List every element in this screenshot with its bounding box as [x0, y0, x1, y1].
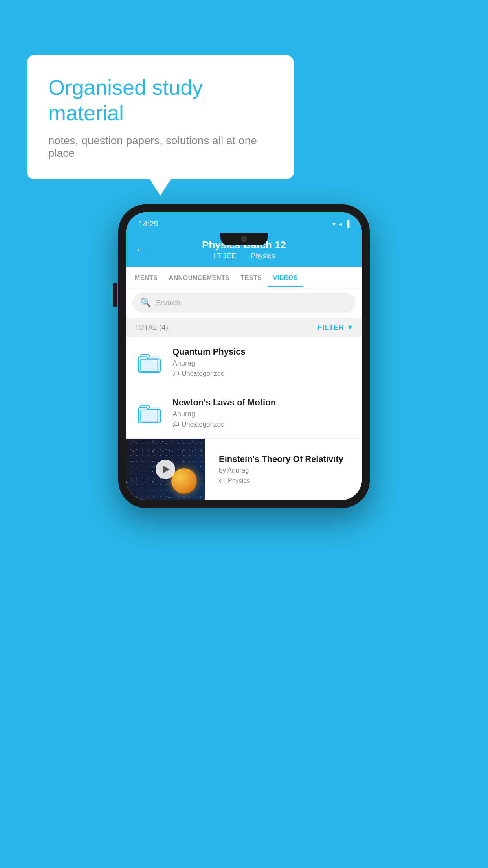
- tab-ments[interactable]: MENTS: [129, 267, 163, 287]
- phone-wrapper: 14:29 ▾ ◂ ▐ ← Physics Batch 12 IIT JEE: [118, 204, 370, 508]
- tag-icon: 🏷: [172, 370, 179, 378]
- search-placeholder: Search: [156, 298, 180, 307]
- phone-screen: 14:29 ▾ ◂ ▐ ← Physics Batch 12 IIT JEE: [126, 212, 362, 500]
- item-author: by Anurag: [219, 467, 355, 474]
- item-author: Anurag: [172, 359, 354, 368]
- item-info: Quantum Physics Anurag 🏷 Uncategorized: [172, 347, 354, 378]
- camera-notch: [241, 236, 247, 242]
- folder-icon: [138, 350, 162, 375]
- header-subject: Physics: [251, 252, 275, 260]
- video-list: Quantum Physics Anurag 🏷 Uncategorized: [126, 337, 362, 500]
- speech-bubble-heading: Organised study material: [48, 75, 272, 126]
- filter-bar: TOTAL (4) FILTER ▼: [126, 318, 362, 337]
- list-item[interactable]: Quantum Physics Anurag 🏷 Uncategorized: [126, 337, 362, 388]
- header-subtitle: IIT JEE Physics: [136, 252, 352, 260]
- item-info: Einstein's Theory Of Relativity by Anura…: [212, 446, 362, 493]
- search-container: 🔍 Search: [126, 287, 362, 318]
- filter-button[interactable]: FILTER ▼: [318, 324, 354, 332]
- item-title: Newton's Laws of Motion: [172, 397, 354, 408]
- tag-label: Physics: [228, 477, 250, 484]
- item-author: Anurag: [172, 410, 354, 418]
- speech-bubble: Organised study material notes, question…: [27, 55, 294, 179]
- item-tag: 🏷 Physics: [219, 477, 355, 485]
- einstein-thumbnail: [126, 439, 205, 500]
- wifi-icon: ▾: [332, 220, 336, 228]
- play-button[interactable]: [156, 460, 175, 479]
- tab-bar: MENTS ANNOUNCEMENTS TESTS VIDEOS: [126, 267, 362, 287]
- status-bar: 14:29 ▾ ◂ ▐: [126, 212, 362, 233]
- notch: [220, 233, 268, 245]
- tag-label: Uncategorized: [182, 370, 225, 378]
- back-button[interactable]: ←: [136, 244, 146, 256]
- planet-graphic: [171, 468, 197, 494]
- total-count: TOTAL (4): [134, 324, 168, 332]
- tab-tests[interactable]: TESTS: [235, 267, 267, 287]
- search-icon: 🔍: [140, 298, 151, 308]
- item-tag: 🏷 Uncategorized: [172, 421, 354, 428]
- status-icons: ▾ ◂ ▐: [332, 220, 349, 228]
- item-tag: 🏷 Uncategorized: [172, 370, 354, 378]
- item-title: Quantum Physics: [172, 347, 354, 357]
- status-time: 14:29: [139, 219, 158, 228]
- list-item[interactable]: Einstein's Theory Of Relativity by Anura…: [126, 439, 362, 500]
- phone: 14:29 ▾ ◂ ▐ ← Physics Batch 12 IIT JEE: [118, 204, 370, 508]
- tab-videos[interactable]: VIDEOS: [268, 267, 303, 287]
- play-icon: [163, 465, 170, 473]
- filter-icon: ▼: [347, 324, 354, 332]
- item-info: Newton's Laws of Motion Anurag 🏷 Uncateg…: [172, 397, 354, 428]
- signal-icon: ◂: [339, 220, 342, 228]
- tag-icon: 🏷: [219, 477, 226, 485]
- tab-announcements[interactable]: ANNOUNCEMENTS: [163, 267, 235, 287]
- folder-icon: [138, 401, 162, 425]
- header-course: IIT JEE: [213, 252, 236, 260]
- speech-bubble-container: Organised study material notes, question…: [27, 55, 294, 179]
- tag-label: Uncategorized: [182, 421, 225, 428]
- item-thumbnail: [134, 397, 165, 429]
- item-title: Einstein's Theory Of Relativity: [219, 454, 355, 464]
- search-input[interactable]: 🔍 Search: [132, 293, 356, 313]
- list-item[interactable]: Newton's Laws of Motion Anurag 🏷 Uncateg…: [126, 388, 362, 439]
- speech-bubble-subtext: notes, question papers, solutions all at…: [48, 134, 272, 160]
- item-thumbnail: [134, 347, 165, 378]
- tag-icon: 🏷: [172, 421, 179, 428]
- battery-icon: ▐: [345, 220, 349, 227]
